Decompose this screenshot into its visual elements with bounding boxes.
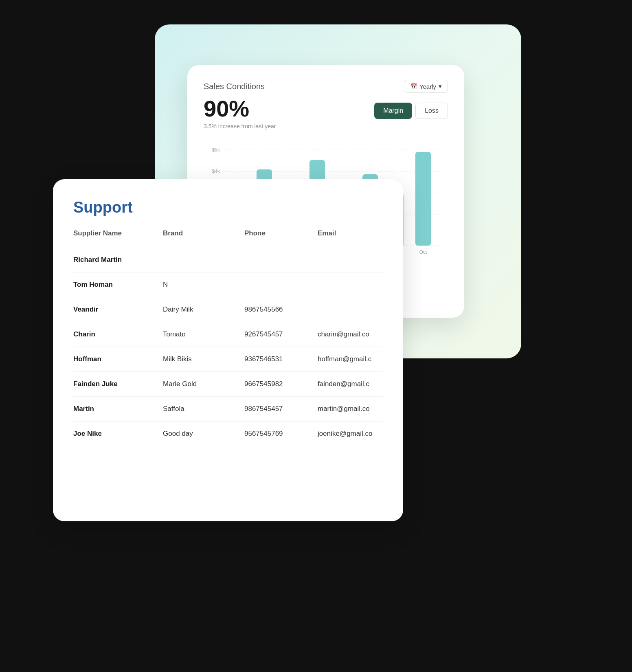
supplier-name: Tom Homan (73, 281, 163, 289)
supplier-name: Richard Martin (73, 256, 163, 264)
supplier-phone: 9667545982 (244, 380, 318, 388)
col-header-name: Supplier Name (73, 229, 163, 237)
supplier-brand: Milk Bikis (163, 355, 244, 363)
supplier-name: Joe Nike (73, 430, 163, 438)
table-row: Charin Tomato 9267545457 charin@gmail.co (73, 322, 383, 347)
sales-title: Sales Conditions (204, 82, 265, 91)
supplier-brand: Dairy Milk (163, 305, 244, 314)
supplier-email: hoffman@gmail.c (318, 355, 403, 363)
supplier-email: joenike@gmail.co (318, 430, 403, 438)
sales-card-header: Sales Conditions 📅 Yearly ▾ (204, 80, 448, 93)
chevron-down-icon: ▾ (439, 83, 442, 90)
support-card: Support Supplier Name Brand Phone Email … (53, 179, 403, 521)
supplier-name: Hoffman (73, 355, 163, 363)
supplier-email: fainden@gmail.c (318, 380, 403, 388)
bar-oct-blue (415, 152, 431, 246)
supplier-email: charin@gmail.co (318, 330, 403, 338)
margin-button[interactable]: Margin (374, 103, 412, 119)
supplier-email: martin@gmail.co (318, 405, 403, 413)
table-header: Supplier Name Brand Phone Email (73, 229, 383, 244)
table-row: Joe Nike Good day 9567545769 joenike@gma… (73, 422, 383, 446)
supplier-brand: Marie Gold (163, 380, 244, 388)
toggle-buttons: Margin Loss (374, 103, 448, 119)
supplier-name: Fainden Juke (73, 380, 163, 388)
supplier-brand: Good day (163, 430, 244, 438)
table-row: Hoffman Milk Bikis 9367546531 hoffman@gm… (73, 347, 383, 372)
supplier-name: Veandir (73, 305, 163, 314)
col-header-brand: Brand (163, 229, 244, 237)
supplier-phone: 9567545769 (244, 430, 318, 438)
svg-text:Oct: Oct (419, 249, 427, 255)
supplier-brand: Saffola (163, 405, 244, 413)
table-row: Martin Saffola 9867545457 martin@gmail.c… (73, 397, 383, 422)
col-header-phone: Phone (244, 229, 318, 237)
sales-subtitle: 3.5% increase from last year (204, 123, 448, 130)
supplier-name: Martin (73, 405, 163, 413)
support-title: Support (73, 199, 383, 216)
loss-button[interactable]: Loss (415, 103, 448, 119)
yearly-label: Yearly (419, 83, 436, 90)
svg-text:$4k: $4k (212, 169, 220, 174)
calendar-icon: 📅 (410, 83, 417, 90)
svg-text:$5k: $5k (212, 147, 220, 153)
table-row: Tom Homan N (73, 272, 383, 297)
supplier-brand: Tomato (163, 330, 244, 338)
table-row: Fainden Juke Marie Gold 9667545982 faind… (73, 372, 383, 397)
table-row: Richard Martin (73, 248, 383, 272)
supplier-name: Charin (73, 330, 163, 338)
supplier-phone: 9867545457 (244, 405, 318, 413)
yearly-button[interactable]: 📅 Yearly ▾ (404, 80, 448, 93)
supplier-phone: 9367546531 (244, 355, 318, 363)
col-header-email: Email (318, 229, 403, 237)
supplier-phone: 9867545566 (244, 305, 318, 314)
table-row: Veandir Dairy Milk 9867545566 (73, 297, 383, 322)
supplier-brand: N (163, 281, 244, 289)
supplier-phone: 9267545457 (244, 330, 318, 338)
